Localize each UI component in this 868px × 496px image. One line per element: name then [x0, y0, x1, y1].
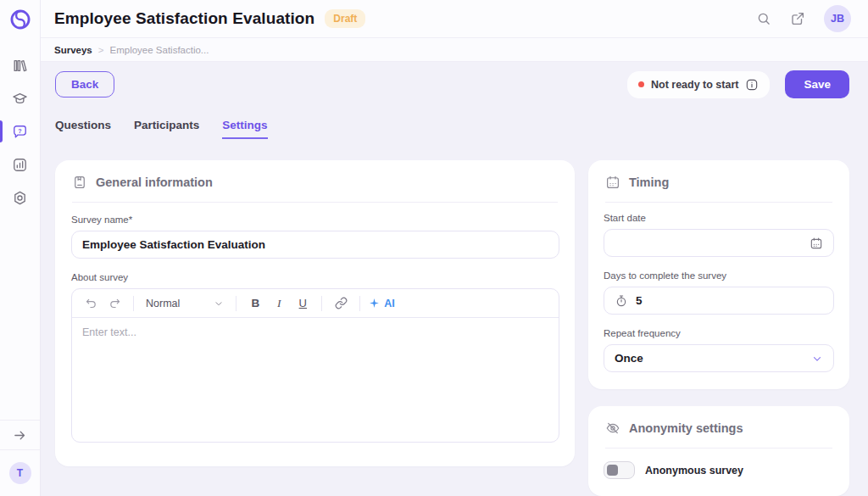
sidebar-item-settings[interactable]: [0, 187, 40, 209]
avatar[interactable]: T: [9, 462, 31, 484]
ai-assistant-button[interactable]: AI: [369, 298, 395, 309]
status-badge: Draft: [325, 9, 365, 28]
search-button[interactable]: [756, 11, 771, 26]
timing-title: Timing: [629, 176, 669, 189]
sidebar-user[interactable]: T: [9, 450, 31, 496]
anonymous-survey-label: Anonymous survey: [645, 465, 743, 476]
anonymity-header: Anonymity settings: [588, 406, 849, 448]
books-icon: [12, 58, 28, 74]
sidebar-nav: ?: [0, 54, 40, 209]
survey-name-input[interactable]: [71, 231, 559, 259]
start-date-input[interactable]: [615, 237, 802, 249]
settings-content: General information Survey name* About s…: [55, 160, 849, 496]
repeat-frequency-value: Once: [615, 352, 643, 365]
toolbar-divider: [133, 296, 134, 311]
editor-toolbar: Normal B I U: [72, 289, 559, 318]
stopwatch-icon: [615, 294, 628, 308]
calendar-icon[interactable]: [810, 237, 823, 250]
readiness-status: Not ready to start: [627, 71, 771, 98]
sidebar: ? T: [0, 0, 41, 496]
note-icon: [72, 175, 87, 190]
redo-button[interactable]: [104, 293, 125, 314]
toolbar-divider: [321, 296, 322, 311]
app-logo[interactable]: [0, 0, 40, 39]
main-content: Back Not ready to start Save Questions: [41, 62, 868, 496]
general-information-body: Survey name* About survey: [55, 203, 575, 460]
graduation-cap-icon: [12, 91, 28, 107]
save-button[interactable]: Save: [785, 70, 849, 98]
settings-side-column: Timing Start date: [588, 160, 849, 496]
sidebar-item-surveys[interactable]: ?: [0, 120, 40, 142]
toggle-knob: [607, 465, 618, 476]
paragraph-style-value: Normal: [146, 298, 180, 309]
chat-question-icon: ?: [12, 124, 28, 140]
repeat-frequency-label: Repeat frequency: [604, 328, 834, 338]
link-icon: [335, 297, 348, 309]
external-link-icon: [790, 11, 805, 26]
app-window: ? T: [0, 0, 868, 496]
main-column: Employee Satisfaction Evaluation Draft J…: [41, 0, 868, 496]
breadcrumb: Surveys > Employee Satisfactio...: [41, 38, 868, 62]
arrow-right-icon: [13, 428, 27, 443]
logo-s-icon: [9, 8, 31, 31]
sidebar-collapse-button[interactable]: [0, 420, 40, 450]
tab-bar: Questions Participants Settings: [55, 119, 849, 139]
anonymity-body: Anonymous survey: [588, 449, 849, 496]
active-indicator: [0, 120, 3, 142]
anonymous-survey-toggle[interactable]: [604, 461, 635, 479]
tab-settings[interactable]: Settings: [222, 119, 267, 139]
header: Employee Satisfaction Evaluation Draft J…: [41, 0, 868, 38]
tab-questions[interactable]: Questions: [55, 119, 111, 139]
undo-button[interactable]: [81, 293, 101, 314]
sidebar-item-reports[interactable]: [0, 153, 40, 176]
toolbar-divider: [359, 296, 360, 311]
chart-icon: [12, 157, 28, 173]
calendar-icon: [605, 175, 620, 190]
info-icon[interactable]: [745, 78, 759, 92]
anonymity-card: Anonymity settings Anonymous survey: [588, 406, 849, 496]
status-text: Not ready to start: [651, 79, 739, 91]
underline-button[interactable]: U: [292, 293, 313, 314]
general-information-card: General information Survey name* About s…: [55, 160, 575, 466]
back-button[interactable]: Back: [55, 71, 114, 98]
timing-body: Start date Days to complete the survey: [588, 203, 849, 389]
sidebar-item-library[interactable]: [0, 54, 40, 76]
undo-icon: [85, 297, 97, 309]
ai-label: AI: [384, 298, 395, 309]
page-title: Employee Satisfaction Evaluation: [54, 9, 314, 28]
general-information-header: General information: [55, 160, 575, 202]
link-button[interactable]: [331, 293, 351, 314]
settings-nut-icon: [12, 190, 28, 206]
repeat-frequency-select[interactable]: Once: [604, 344, 834, 372]
timing-card: Timing Start date: [588, 160, 849, 389]
user-avatar[interactable]: JB: [824, 5, 851, 32]
breadcrumb-separator: >: [98, 45, 104, 55]
eye-off-icon: [605, 421, 620, 436]
breadcrumb-current: Employee Satisfactio...: [109, 45, 209, 55]
sidebar-item-learning[interactable]: [0, 87, 40, 109]
start-date-label: Start date: [604, 213, 834, 223]
chevron-down-icon: [811, 353, 823, 365]
anonymity-title: Anonymity settings: [629, 421, 743, 435]
about-survey-label: About survey: [71, 272, 559, 282]
svg-text:?: ?: [18, 127, 21, 134]
italic-button[interactable]: I: [269, 293, 289, 314]
about-survey-textarea[interactable]: Enter text...: [72, 318, 559, 442]
days-to-complete-input[interactable]: [636, 294, 823, 307]
header-actions: JB: [756, 5, 851, 32]
days-to-complete-field[interactable]: [604, 287, 834, 315]
toolbar-divider: [236, 296, 236, 311]
bold-button[interactable]: B: [245, 293, 265, 314]
start-date-field[interactable]: [604, 229, 834, 257]
share-button[interactable]: [790, 11, 805, 26]
paragraph-style-dropdown[interactable]: Normal: [142, 298, 227, 309]
tab-participants[interactable]: Participants: [134, 119, 199, 139]
breadcrumb-surveys[interactable]: Surveys: [54, 45, 92, 55]
general-information-title: General information: [96, 176, 213, 189]
action-bar: Back Not ready to start Save: [55, 70, 849, 98]
chevron-down-icon: [214, 298, 224, 309]
days-to-complete-label: Days to complete the survey: [604, 270, 834, 281]
status-dot: [638, 81, 644, 87]
survey-name-label: Survey name*: [71, 215, 559, 225]
about-survey-editor: Normal B I U: [71, 288, 559, 443]
